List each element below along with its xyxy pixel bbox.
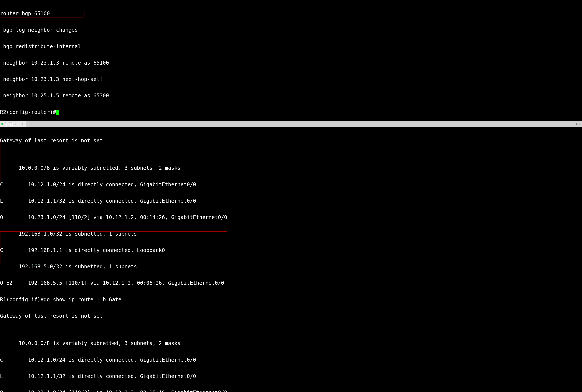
config-line: bgp redistribute-internal xyxy=(0,44,582,49)
terminal-pane-r2[interactable]: router bgp 65100 bgp log-neighbor-change… xyxy=(0,0,582,120)
output-line: L 10.12.1.1/32 is directly connected, Gi… xyxy=(0,374,582,379)
prompt-r2: R2(config-router)# xyxy=(0,109,56,115)
tab-bar: 1 R1 ✕ + ◀ ▶ xyxy=(0,120,582,127)
output-line: 10.0.0.0/8 is variably subnetted, 3 subn… xyxy=(0,341,582,346)
cursor-icon xyxy=(56,110,59,115)
output-line: 10.0.0.0/8 is variably subnetted, 3 subn… xyxy=(0,166,582,171)
output-line: C 192.168.1.1 is directly connected, Loo… xyxy=(0,248,582,253)
output-line: O 10.23.1.0/24 [110/2] via 10.12.1.2, 00… xyxy=(0,390,582,392)
tab-nav: ◀ ▶ xyxy=(575,121,582,127)
config-line: neighbor 10.25.1.5 remote-as 65300 xyxy=(0,93,582,98)
prompt-line[interactable]: R2(config-router)# xyxy=(0,110,582,115)
tab-index: 1 xyxy=(5,122,7,126)
output-line: L 10.12.1.1/32 is directly connected, Gi… xyxy=(0,198,582,204)
output-line: 192.168.1.0/32 is subnetted, 1 subnets xyxy=(0,231,582,237)
config-line: bgp log-neighbor-changes xyxy=(0,27,582,33)
tab-add-button[interactable]: + xyxy=(19,121,26,127)
tab-prev-icon[interactable]: ◀ xyxy=(575,122,578,125)
output-line: O 10.23.1.0/24 [110/2] via 10.12.1.2, 00… xyxy=(0,215,582,220)
output-line: C 10.12.1.0/24 is directly connected, Gi… xyxy=(0,182,582,188)
status-dot-icon xyxy=(1,123,4,125)
command-line: R1(config-if)#do show ip route | b Gate xyxy=(0,297,582,302)
output-line: Gateway of last resort is not set xyxy=(0,314,582,319)
config-line: neighbor 10.23.1.3 remote-as 65100 xyxy=(0,60,582,66)
tab-close-icon[interactable]: ✕ xyxy=(14,122,17,126)
config-line: neighbor 10.23.1.3 next-hop-self xyxy=(0,77,582,82)
tab-r1[interactable]: 1 R1 ✕ xyxy=(0,121,19,127)
tab-label: R1 xyxy=(8,122,13,126)
output-line: O E2 192.168.5.5 [110/1] via 10.12.1.2, … xyxy=(0,280,582,286)
config-line: router bgp 65100 xyxy=(0,11,582,16)
tab-next-icon[interactable]: ▶ xyxy=(578,122,581,125)
terminal-pane-r1[interactable]: Gateway of last resort is not set 10.0.0… xyxy=(0,127,582,392)
output-line: C 10.12.1.0/24 is directly connected, Gi… xyxy=(0,357,582,363)
highlight-box xyxy=(0,138,230,183)
output-line: Gateway of last resort is not set xyxy=(0,138,582,144)
output-line: 192.168.5.0/32 is subnetted, 1 subnets xyxy=(0,264,582,270)
